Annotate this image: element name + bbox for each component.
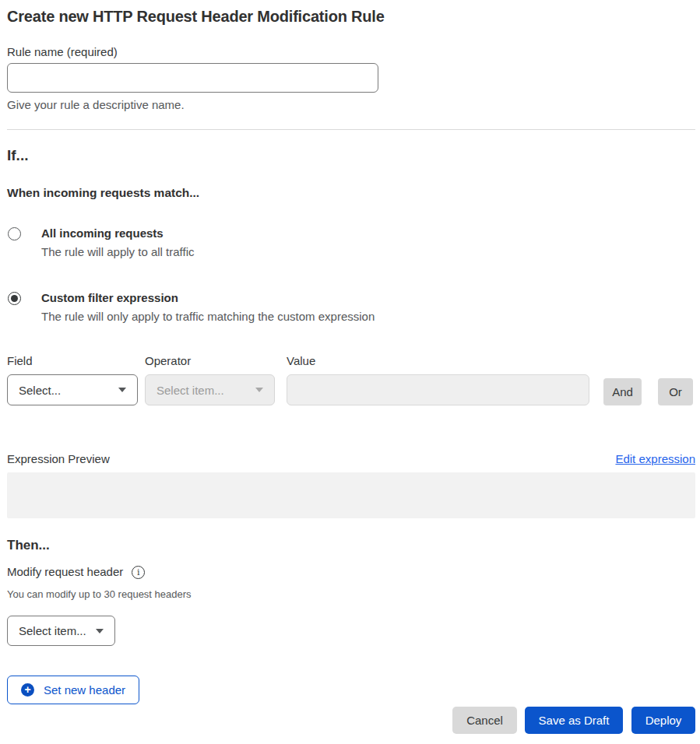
modify-header-helper: You can modify up to 30 request headers bbox=[7, 588, 695, 600]
chevron-down-icon bbox=[255, 388, 263, 392]
expression-preview-header: Expression Preview Edit expression bbox=[7, 452, 695, 465]
rule-name-helper: Give your rule a descriptive name. bbox=[7, 98, 695, 111]
and-button[interactable]: And bbox=[603, 378, 642, 405]
rule-name-label: Rule name (required) bbox=[7, 45, 695, 58]
value-input[interactable] bbox=[287, 374, 589, 405]
expression-preview-box bbox=[7, 472, 695, 518]
deploy-button[interactable]: Deploy bbox=[631, 707, 695, 734]
chevron-down-icon bbox=[96, 629, 104, 633]
if-heading: If... bbox=[7, 146, 695, 165]
create-rule-form: Create new HTTP Request Header Modificat… bbox=[0, 0, 700, 734]
match-type-radio-group: All incoming requests The rule will appl… bbox=[7, 226, 695, 323]
expression-builder-row: Select... Select item... And Or bbox=[7, 374, 695, 405]
field-label: Field bbox=[7, 354, 145, 367]
radio-label-all-requests: All incoming requests bbox=[41, 226, 194, 240]
radio-desc-custom-expression: The rule will only apply to traffic matc… bbox=[41, 310, 375, 323]
chevron-down-icon bbox=[118, 388, 126, 392]
radio-option-custom-expression[interactable]: Custom filter expression The rule will o… bbox=[7, 291, 695, 323]
radio-checked-icon[interactable] bbox=[8, 292, 21, 305]
match-subheading: When incoming requests match... bbox=[7, 186, 695, 200]
then-heading: Then... bbox=[7, 538, 695, 553]
radio-label-custom-expression: Custom filter expression bbox=[41, 291, 375, 304]
section-divider bbox=[7, 129, 695, 130]
expression-preview-label: Expression Preview bbox=[7, 452, 110, 465]
info-icon[interactable]: i bbox=[132, 566, 145, 579]
rule-name-input[interactable] bbox=[7, 63, 378, 93]
field-select-value: Select... bbox=[19, 384, 61, 397]
or-button[interactable]: Or bbox=[658, 378, 693, 405]
operator-select-value: Select item... bbox=[157, 384, 224, 397]
operator-select[interactable]: Select item... bbox=[145, 374, 275, 405]
edit-expression-link[interactable]: Edit expression bbox=[615, 452, 695, 465]
expression-builder-labels: Field Operator Value bbox=[7, 354, 695, 367]
header-action-select-value: Select item... bbox=[19, 624, 86, 637]
page-title: Create new HTTP Request Header Modificat… bbox=[7, 7, 695, 26]
header-action-select[interactable]: Select item... bbox=[7, 616, 115, 646]
cancel-button[interactable]: Cancel bbox=[452, 707, 517, 734]
operator-label: Operator bbox=[145, 354, 287, 367]
radio-unchecked-icon[interactable] bbox=[8, 227, 21, 240]
modify-request-header-label: Modify request header bbox=[7, 565, 123, 579]
radio-option-all-requests[interactable]: All incoming requests The rule will appl… bbox=[7, 226, 695, 258]
set-new-header-label: Set new header bbox=[44, 683, 125, 697]
save-as-draft-button[interactable]: Save as Draft bbox=[525, 707, 623, 734]
set-new-header-button[interactable]: + Set new header bbox=[7, 676, 139, 704]
value-label: Value bbox=[287, 354, 315, 367]
field-select[interactable]: Select... bbox=[7, 374, 138, 405]
modify-header-row: Modify request header i bbox=[7, 565, 695, 579]
plus-icon: + bbox=[21, 683, 34, 697]
footer-actions: Cancel Save as Draft Deploy bbox=[7, 707, 695, 734]
radio-desc-all-requests: The rule will apply to all traffic bbox=[41, 245, 194, 258]
